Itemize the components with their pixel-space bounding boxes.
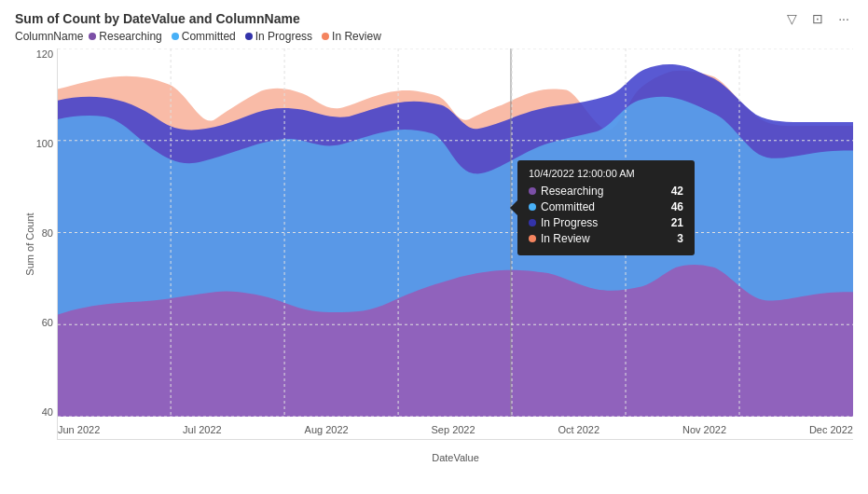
plot-area: Jun 2022 Jul 2022 Aug 2022 Sep 2022 Oct … [57,48,853,440]
x-tick-nov: Nov 2022 [682,424,726,439]
x-axis: Jun 2022 Jul 2022 Aug 2022 Sep 2022 Oct … [58,420,853,443]
tooltip-value-in-progress: 21 [671,216,683,229]
legend-label-in-progress: In Progress [255,30,312,43]
tooltip-row-researching: Researching 42 [529,185,683,198]
x-tick-dec: Dec 2022 [809,424,853,439]
y-tick-80: 80 [42,227,57,239]
x-axis-title: DateValue [432,452,479,463]
tooltip: 10/4/2022 12:00:00 AM Researching 42 Com… [517,160,695,255]
tooltip-label-in-review: In Review [541,232,590,245]
legend: ColumnName Researching Committed In Prog… [15,30,387,43]
x-tick-jul: Jul 2022 [183,424,222,439]
grid-lines-svg [58,48,853,417]
tooltip-dot-researching [529,187,536,195]
tooltip-dot-in-review [529,235,536,242]
legend-label-committed: Committed [182,30,236,43]
y-tick-60: 60 [42,317,57,328]
y-tick-120: 120 [36,48,57,60]
y-tick-100: 100 [36,138,57,149]
legend-dot-in-review [322,33,329,40]
tooltip-arrow [510,200,517,215]
x-tick-sep: Sep 2022 [432,424,475,439]
legend-dot-researching [89,33,96,40]
x-tick-jun: Jun 2022 [58,424,100,439]
tooltip-label-committed: Committed [541,200,595,213]
tooltip-label-in-progress: In Progress [541,216,598,229]
chart-area: Sum of Count 120 100 80 60 40 [15,48,853,440]
legend-dot-in-progress [245,33,253,40]
legend-item-in-review: In Review [322,30,381,43]
chart-container: Sum of Count by DateValue and ColumnName… [0,0,868,494]
legend-dot-committed [172,33,179,40]
legend-item-in-progress: In Progress [245,30,312,43]
tooltip-date: 10/4/2022 12:00:00 AM [529,168,683,179]
chart-actions: ▽ ⊡ ··· [782,11,853,26]
y-axis: Sum of Count 120 100 80 60 40 [15,48,57,440]
tooltip-value-in-review: 3 [677,232,683,245]
y-tick-40: 40 [42,406,57,418]
tooltip-dot-committed [529,203,536,211]
x-tick-aug: Aug 2022 [305,424,349,439]
legend-column-label: ColumnName [15,30,83,43]
tooltip-label-researching: Researching [541,185,603,198]
legend-label-in-review: In Review [332,30,381,43]
tooltip-dot-in-progress [529,219,536,226]
x-tick-oct: Oct 2022 [558,424,599,439]
tooltip-value-researching: 42 [671,185,683,198]
tooltip-row-in-review: In Review 3 [529,232,683,245]
tooltip-row-in-progress: In Progress 21 [529,216,683,229]
chart-title: Sum of Count by DateValue and ColumnName [15,11,387,26]
legend-item-committed: Committed [172,30,236,43]
legend-item-researching: Researching [89,30,161,43]
tooltip-row-committed: Committed 46 [529,200,683,213]
filter-icon[interactable]: ▽ [782,11,801,26]
y-axis-title: Sum of Count [24,213,35,275]
legend-label-researching: Researching [99,30,161,43]
tooltip-value-committed: 46 [671,200,683,213]
more-icon[interactable]: ··· [834,11,853,26]
chart-header: Sum of Count by DateValue and ColumnName… [15,11,853,43]
expand-icon[interactable]: ⊡ [808,11,827,26]
